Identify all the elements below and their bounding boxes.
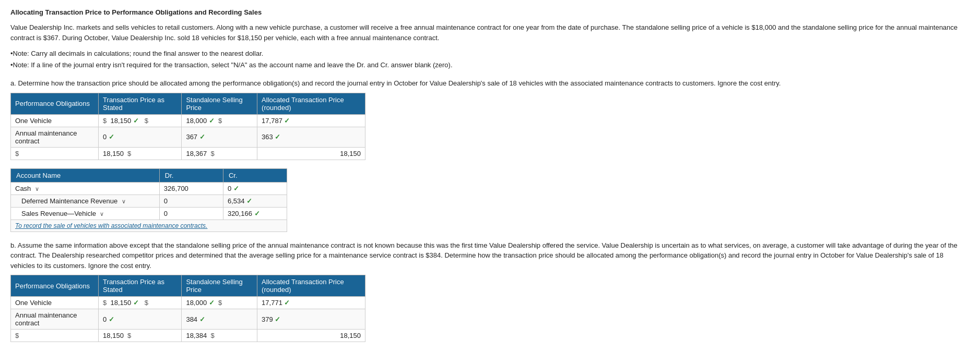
col-header-ssp-a: Standalone Selling Price <box>182 93 257 114</box>
alloc-cell: 363 ✓ <box>257 127 365 147</box>
alloc-cell-b1: 17,771 ✓ <box>257 297 365 309</box>
notes-section: •Note: Carry all decimals in calculation… <box>10 48 970 71</box>
tx-price-cell-b2: 0 ✓ <box>99 309 182 330</box>
obligation-name-b1: One Vehicle <box>11 297 99 309</box>
table-footer-row: $ 18,150 $ 18,367 $ 18,150 <box>11 147 365 160</box>
col-header-obligation-b: Performance Obligations <box>11 275 99 297</box>
footer-tx-price: 18,150 $ <box>99 147 182 160</box>
journal-row-dmr: Deferred Maintenance Revenue ∨ 0 6,534 ✓ <box>11 194 287 207</box>
cr-cash: 0 ✓ <box>223 182 287 194</box>
description-text: Value Dealership Inc. markets and sells … <box>10 22 970 43</box>
section-b-label: b. Assume the same information above exc… <box>10 240 970 271</box>
note-2: •Note: If a line of the journal entry is… <box>10 59 970 71</box>
obligation-name-b2: Annual maintenance contract <box>11 309 99 330</box>
col-account-name: Account Name <box>11 168 160 182</box>
journal-row-cash: Cash ∨ 326,700 0 ✓ <box>11 182 287 194</box>
col-dr: Dr. <box>159 168 223 182</box>
journal-note-text: To record the sale of vehicles with asso… <box>11 220 287 232</box>
tx-price-cell: $ 18,150 ✓ $ <box>99 114 182 127</box>
col-header-obligation-a: Performance Obligations <box>11 93 99 114</box>
account-name-dmr: Deferred Maintenance Revenue ∨ <box>11 194 160 207</box>
tx-price-cell: 0 ✓ <box>99 127 182 147</box>
cr-dmr: 6,534 ✓ <box>223 194 287 207</box>
cr-srv: 320,166 ✓ <box>223 207 287 220</box>
table-row: One Vehicle $ 18,150 ✓ $ 18,000 ✓ $ 17,7… <box>11 297 365 309</box>
dr-cash: 326,700 <box>159 182 223 194</box>
account-name-cash: Cash ∨ <box>11 182 160 194</box>
ssp-cell-b1: 18,000 ✓ $ <box>182 297 257 309</box>
table-row: One Vehicle $ 18,150 ✓ $ 18,000 ✓ $ 17,7… <box>11 114 365 127</box>
obligation-name: One Vehicle <box>11 114 99 127</box>
col-cr: Cr. <box>223 168 287 182</box>
ssp-cell: 367 ✓ <box>182 127 257 147</box>
alloc-cell-b2: 379 ✓ <box>257 309 365 330</box>
account-name-srv: Sales Revenue—Vehicle ∨ <box>11 207 160 220</box>
perf-table-b: Performance Obligations Transaction Pric… <box>10 275 365 342</box>
col-header-txprice-a: Transaction Price as Stated <box>99 93 182 114</box>
footer-empty-b: $ <box>11 330 99 342</box>
footer-empty: $ <box>11 147 99 160</box>
tx-price-cell-b1: $ 18,150 ✓ $ <box>99 297 182 309</box>
ssp-cell-b2: 384 ✓ <box>182 309 257 330</box>
col-header-txprice-b: Transaction Price as Stated <box>99 275 182 297</box>
dr-dmr: 0 <box>159 194 223 207</box>
col-header-alloc-a: Allocated Transaction Price (rounded) <box>257 93 365 114</box>
perf-table-a: Performance Obligations Transaction Pric… <box>10 93 365 160</box>
footer-alloc-b: 18,150 <box>257 330 365 342</box>
col-header-ssp-b: Standalone Selling Price <box>182 275 257 297</box>
table-row: Annual maintenance contract 0 ✓ 367 ✓ 36… <box>11 127 365 147</box>
journal-table-a: Account Name Dr. Cr. Cash ∨ 326,700 0 ✓ … <box>10 168 287 232</box>
dr-srv: 0 <box>159 207 223 220</box>
table-row: Annual maintenance contract 0 ✓ 384 ✓ 37… <box>11 309 365 330</box>
page-title: Allocating Transaction Price to Performa… <box>10 8 970 16</box>
footer-ssp-b: 18,384 $ <box>182 330 257 342</box>
ssp-cell: 18,000 ✓ $ <box>182 114 257 127</box>
note-1: •Note: Carry all decimals in calculation… <box>10 48 970 59</box>
obligation-name: Annual maintenance contract <box>11 127 99 147</box>
journal-row-srv: Sales Revenue—Vehicle ∨ 0 320,166 ✓ <box>11 207 287 220</box>
journal-note-row: To record the sale of vehicles with asso… <box>11 220 287 232</box>
footer-tx-price-b: 18,150 $ <box>99 330 182 342</box>
alloc-cell: 17,787 ✓ <box>257 114 365 127</box>
footer-alloc: 18,150 <box>257 147 365 160</box>
section-a-label: a. Determine how the transaction price s… <box>10 78 970 89</box>
footer-ssp: 18,367 $ <box>182 147 257 160</box>
table-footer-row-b: $ 18,150 $ 18,384 $ 18,150 <box>11 330 365 342</box>
col-header-alloc-b: Allocated Transaction Price (rounded) <box>257 275 365 297</box>
